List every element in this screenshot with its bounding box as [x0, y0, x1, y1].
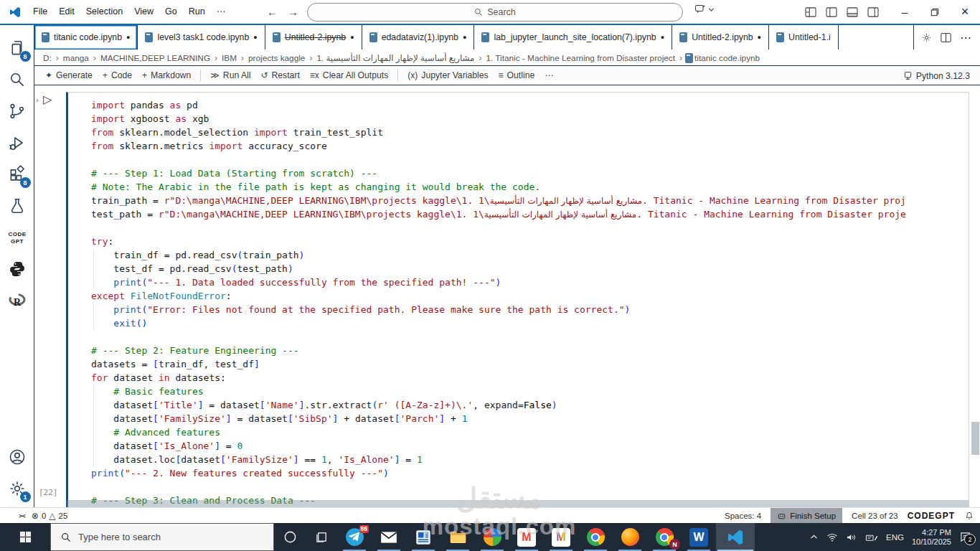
customize-layout-icon[interactable]: [805, 7, 816, 17]
language-indicator[interactable]: ENG: [886, 533, 904, 542]
back-icon[interactable]: ←: [267, 6, 278, 18]
wifi-icon[interactable]: [826, 532, 838, 542]
breadcrumb-item[interactable]: projects kaggle: [247, 53, 306, 63]
menu-edit[interactable]: Edit: [53, 0, 80, 24]
tab-titanic-code-ipynb[interactable]: titanic code.ipynb●: [34, 25, 138, 50]
code-line[interactable]: import pandas as pd: [91, 98, 969, 112]
activity-settings[interactable]: 1: [1, 473, 33, 504]
cell-position-status[interactable]: Cell 23 of 23: [852, 512, 898, 520]
run-cell-icon[interactable]: ▷: [43, 93, 52, 106]
code-line[interactable]: # Basic features: [91, 385, 969, 398]
problems-indicator[interactable]: ⊗ 0 △ 25: [32, 511, 68, 521]
code-line[interactable]: [91, 153, 969, 166]
tab-untitled-1-i[interactable]: Untitled-1.i: [769, 25, 839, 50]
toolbar-more-button[interactable]: ⋯: [540, 67, 558, 83]
code-line[interactable]: [91, 480, 969, 494]
code-line[interactable]: from sklearn.metrics import accuracy_sco…: [91, 139, 969, 153]
toggle-panel-icon[interactable]: [847, 7, 858, 17]
activity-r[interactable]: R: [1, 285, 33, 316]
activity-account[interactable]: [1, 441, 33, 473]
tab-lab-jupyter-launch-site-location-7-ipynb[interactable]: lab_jupyter_launch_site_location(7).ipyn…: [474, 25, 672, 50]
notifications-bell-icon[interactable]: [964, 511, 974, 521]
menu-file[interactable]: File: [27, 0, 53, 24]
mail-app[interactable]: [372, 523, 406, 551]
code-line[interactable]: [91, 330, 969, 344]
copilot-button[interactable]: [694, 4, 715, 15]
remote-indicator-icon[interactable]: ><: [19, 512, 25, 519]
menu-[interactable]: ⋯: [211, 0, 232, 24]
code-line[interactable]: from sklearn.model_selection import trai…: [91, 126, 969, 139]
horizontal-scrollbar[interactable]: [67, 500, 969, 507]
activity-source-control[interactable]: [1, 95, 33, 127]
gear-icon[interactable]: [921, 32, 932, 43]
clock[interactable]: 4:27 PM 10/10/2025: [912, 528, 951, 547]
task-view-button[interactable]: [306, 523, 337, 551]
kernel-picker[interactable]: Python 3.12.3: [903, 66, 970, 85]
gmail-app[interactable]: M: [509, 523, 544, 551]
touch-keyboard-icon[interactable]: [865, 532, 878, 542]
command-search-box[interactable]: Search: [307, 3, 683, 22]
split-editor-icon[interactable]: [941, 32, 951, 43]
cell-collapse-icon[interactable]: ›: [36, 95, 39, 104]
code-cell[interactable]: import pandas as pdimport xgboost as xgb…: [66, 92, 969, 507]
code-line[interactable]: print("Error: Files not found at the spe…: [91, 303, 969, 316]
action-center-button[interactable]: 2: [959, 531, 974, 543]
more-actions-icon[interactable]: ⋯: [960, 31, 971, 44]
toolbar-outline[interactable]: ≡Outline: [494, 67, 540, 83]
toggle-sidebar-icon[interactable]: [826, 7, 837, 17]
start-button[interactable]: [0, 523, 50, 551]
code-line[interactable]: train_path = r"D:\manga\MACHINE,DEEP LEA…: [91, 194, 969, 207]
notebook-editor[interactable]: › ▷ [22] import pandas as pdimport xgboo…: [34, 85, 980, 507]
toolbar-generate[interactable]: ✦Generate: [40, 67, 98, 83]
activity-testing[interactable]: [1, 190, 33, 222]
activity-codegpt[interactable]: CODEGPT: [1, 222, 33, 253]
breadcrumb-item[interactable]: 1. مشاريع أساسية لإظهار المهارات التأسيس…: [315, 53, 476, 63]
taskbar-search-box[interactable]: Type here to search: [50, 523, 274, 551]
breadcrumb-item[interactable]: titanic code.ipynb: [693, 53, 761, 63]
volume-icon[interactable]: [846, 532, 857, 542]
tab-untitled-2-ipynb[interactable]: Untitled-2.ipynb●: [672, 25, 769, 50]
cortana-button[interactable]: [274, 523, 306, 551]
code-line[interactable]: except FileNotFoundError:: [91, 289, 969, 303]
toggle-secondary-sidebar-icon[interactable]: [867, 7, 879, 17]
toolbar-restart[interactable]: ↺Restart: [255, 67, 304, 83]
activity-search[interactable]: [1, 64, 33, 95]
restore-button[interactable]: [920, 0, 950, 24]
forward-icon[interactable]: →: [288, 6, 298, 18]
breadcrumb-item[interactable]: manga: [62, 53, 90, 63]
code-line[interactable]: dataset['Title'] = dataset['Name'].str.e…: [91, 398, 969, 412]
code-line[interactable]: test_path = r"D:\manga\MACHINE,DEEP LEAR…: [91, 207, 969, 221]
breadcrumb-item[interactable]: 1. Titanic - Machine Learning from Disas…: [484, 53, 677, 63]
menu-view[interactable]: View: [128, 0, 159, 24]
code-line[interactable]: dataset['FamilySize'] = dataset['SibSp']…: [91, 412, 969, 425]
tray-chevron-icon[interactable]: [809, 532, 819, 542]
breadcrumb-item[interactable]: D:: [42, 53, 53, 63]
toolbar-code[interactable]: +Code: [98, 67, 137, 83]
code-line[interactable]: # --- Step 1: Load Data (Starting from s…: [91, 166, 969, 180]
activity-extensions[interactable]: 8: [1, 159, 33, 190]
vertical-scrollbar[interactable]: [971, 422, 979, 455]
minimize-button[interactable]: –: [890, 0, 920, 24]
code-line[interactable]: datasets = [train_df, test_df]: [91, 357, 969, 371]
telegram-app[interactable]: 86: [337, 523, 372, 551]
tab-edadataviz-1-ipynb[interactable]: edadataviz(1).ipynb●: [362, 25, 475, 50]
close-button[interactable]: ×: [950, 0, 980, 24]
menu-run[interactable]: Run: [183, 0, 211, 24]
menu-selection[interactable]: Selection: [80, 0, 128, 24]
toolbar-jupyter-variables[interactable]: (x)Jupyter Variables: [402, 67, 493, 83]
activity-run-debug[interactable]: [1, 127, 33, 159]
codegpt-status[interactable]: CODEGPT: [908, 511, 955, 521]
photos-app[interactable]: [475, 523, 509, 551]
breadcrumb-item[interactable]: MACHINE,DEEP LEARNING: [99, 53, 212, 63]
finish-setup-button[interactable]: Finish Setup: [771, 508, 842, 524]
vscode-app[interactable]: [716, 523, 755, 551]
activity-explorer[interactable]: 8: [1, 32, 33, 64]
toolbar-run-all[interactable]: ≫Run All: [205, 67, 255, 83]
code-line[interactable]: # --- Step 2: Feature Engineering ---: [91, 344, 969, 357]
chrome-profile-app[interactable]: N: [647, 523, 682, 551]
code-line[interactable]: for dataset in datasets:: [91, 371, 969, 385]
gmail-alt-app[interactable]: M: [544, 523, 578, 551]
file-explorer-app[interactable]: [440, 523, 475, 551]
code-line[interactable]: dataset.loc[dataset['FamilySize'] == 1, …: [91, 453, 969, 466]
code-line[interactable]: test_df = pd.read_csv(test_path): [91, 262, 969, 276]
